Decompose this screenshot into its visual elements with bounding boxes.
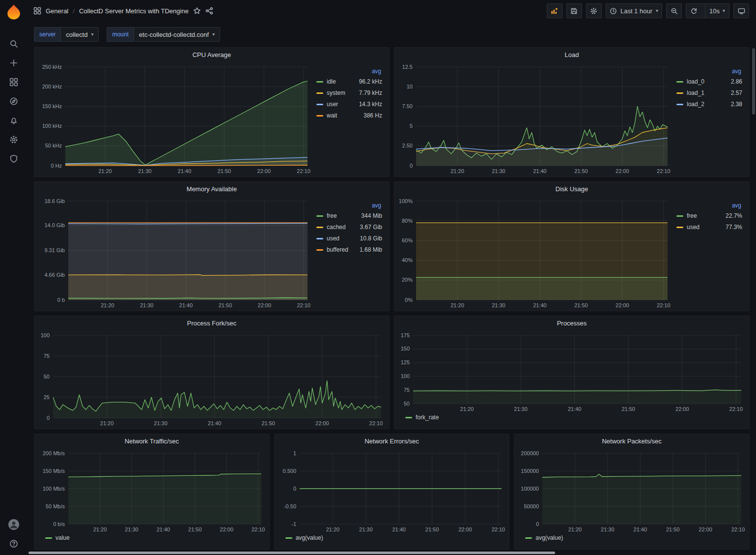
zoom-out-icon [671,7,678,15]
variable-value-dropdown[interactable]: collectd ▾ [60,28,98,41]
series-label[interactable]: buffered [327,246,348,253]
share-icon[interactable] [205,7,213,15]
series-value: 22.7% [726,212,742,219]
svg-text:21:30: 21:30 [492,302,505,308]
dashboard-settings-button[interactable] [586,3,602,18]
server-admin-shield-icon[interactable] [9,154,18,163]
svg-text:-1: -1 [291,521,296,527]
series-label[interactable]: idle [327,78,336,85]
zoom-out-button[interactable] [666,3,682,18]
panel-title[interactable]: Load [394,48,749,62]
series-label[interactable]: system [327,89,345,96]
chart-cpu-average[interactable]: 21:2021:3021:4021:5022:0022:100 Hz50 kHz… [37,62,312,175]
cycle-view-button[interactable] [733,3,749,18]
panel-title[interactable]: Process Fork/sec [34,316,389,330]
variable-value-dropdown[interactable]: etc-collectd-collectd.conf ▾ [134,28,220,41]
panel-title[interactable]: Network Traffic/sec [34,434,269,448]
panel-title[interactable]: Network Errors/sec [275,434,509,448]
dashboards-grid-icon[interactable] [9,78,18,87]
create-plus-icon[interactable] [9,58,18,67]
series-label[interactable]: fork_rate [416,414,439,421]
add-panel-button[interactable] [547,3,562,18]
series-label[interactable]: wait [327,112,337,119]
panel-title[interactable]: Processes [394,316,749,330]
chart-network-traffic[interactable]: 21:2021:3021:4021:5022:0022:100 b/s50 Mb… [37,448,266,534]
panel-title[interactable]: Memory Available [34,182,389,196]
legend-item[interactable]: buffered1.68 Mib [316,246,382,253]
series-label[interactable]: free [687,212,697,219]
legend-item[interactable]: avg(value) [285,534,323,541]
series-label[interactable]: user [327,101,338,108]
legend-item[interactable]: system7.79 kHz [316,89,382,96]
series-label[interactable]: load_1 [687,89,704,96]
series-label[interactable]: value [56,534,70,541]
refresh-button[interactable] [686,4,701,18]
legend-item[interactable]: wait386 Hz [316,112,382,119]
svg-text:75: 75 [44,353,50,359]
legend-column-header[interactable]: avg [676,68,742,75]
legend-column-header[interactable]: avg [316,202,382,209]
legend-item[interactable]: idle96.2 kHz [316,78,382,85]
chart-process-fork[interactable]: 21:2021:3021:4021:5022:0022:100255075100 [37,330,386,428]
chart-network-errors[interactable]: 21:2021:3021:4021:5022:0022:10-1-0.5000.… [278,448,506,534]
chart-disk-usage[interactable]: 21:2021:3021:4021:5022:0022:100%20%40%60… [397,196,672,310]
svg-text:21:40: 21:40 [179,302,193,308]
series-color-dash [316,81,323,83]
legend-item[interactable]: avg(value) [525,534,563,541]
series-label[interactable]: free [327,212,337,219]
dashboard-apps-icon[interactable] [33,7,41,15]
refresh-interval-dropdown[interactable]: 10s ▾ [705,4,729,18]
save-dashboard-button[interactable] [566,3,582,18]
series-value: 10.8 Gib [360,235,382,242]
legend-item[interactable]: fork_rate [405,414,439,421]
configuration-gear-icon[interactable] [9,135,18,144]
panel-disk-usage: Disk Usage 21:2021:3021:4021:5022:0022:1… [394,181,750,311]
legend-item[interactable]: load_02.86 [676,78,742,85]
user-avatar[interactable] [8,519,20,530]
legend-item[interactable]: user14.3 kHz [316,101,382,108]
breadcrumb-folder[interactable]: General [46,7,68,15]
search-icon[interactable] [9,39,18,48]
time-range-picker[interactable]: Last 1 hour ▾ [606,3,662,18]
legend-item[interactable]: used10.8 Gib [316,235,382,242]
legend-item[interactable]: cached3.67 Gib [316,224,382,231]
legend-item[interactable]: value [45,534,70,541]
series-label[interactable]: used [327,235,339,242]
vertical-scrollbar-thumb[interactable] [752,48,755,115]
panel-title[interactable]: Network Packets/sec [514,434,749,448]
chart-load[interactable]: 21:2021:3021:4021:5022:0022:1002.5057.50… [397,62,672,175]
refresh-interval-label: 10s [709,7,720,15]
series-label[interactable]: used [687,224,700,231]
legend-column-header[interactable]: avg [676,202,742,209]
svg-text:60%: 60% [402,237,413,243]
panel-title[interactable]: Disk Usage [394,182,749,196]
svg-text:21:30: 21:30 [359,526,373,532]
legend-column-header[interactable]: avg [316,68,382,75]
chart-memory-available[interactable]: 21:2021:3021:4021:5022:0022:100 b4.66 Gi… [37,196,312,310]
grafana-logo[interactable] [6,4,22,20]
chart-network-packets[interactable]: 21:2021:3021:4021:5022:0022:100500001000… [517,448,746,534]
help-icon[interactable] [9,539,18,548]
svg-text:150 Mb/s: 150 Mb/s [43,468,65,474]
dashboard-title[interactable]: CollectD Server Metrics with TDengine [79,7,189,15]
alerting-bell-icon[interactable] [9,116,18,125]
series-label[interactable]: avg(value) [535,534,563,541]
svg-text:0: 0 [293,486,296,492]
legend-item[interactable]: load_22.38 [676,101,742,108]
breadcrumb-separator: / [73,7,75,15]
legend-item[interactable]: used77.3% [676,224,742,231]
panel-network-packets: Network Packets/sec 21:2021:3021:4021:50… [514,434,750,550]
series-label[interactable]: avg(value) [296,534,323,541]
legend-item[interactable]: free344 Mib [316,212,382,219]
chart-processes[interactable]: 21:2021:3021:4021:5022:0022:105075100125… [397,330,746,413]
series-label[interactable]: load_2 [687,101,704,108]
legend-item[interactable]: load_12.57 [676,89,742,96]
series-label[interactable]: load_0 [687,78,704,85]
panel-title[interactable]: CPU Average [34,48,389,62]
explore-compass-icon[interactable] [9,97,18,106]
svg-text:10: 10 [407,84,413,89]
series-label[interactable]: cached [327,224,346,231]
legend-item[interactable]: free22.7% [676,212,742,219]
horizontal-scrollbar-thumb[interactable] [28,552,555,554]
star-icon[interactable] [193,7,201,15]
